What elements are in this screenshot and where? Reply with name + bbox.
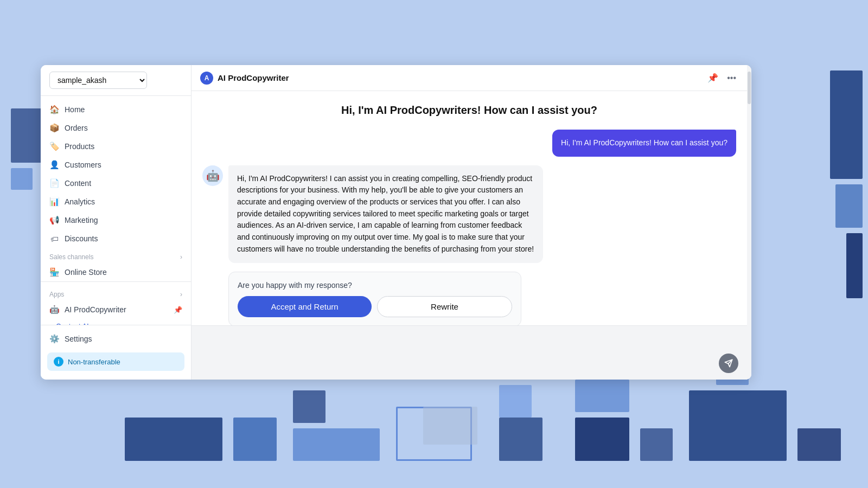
content-icon: 📄 — [49, 178, 59, 188]
sidebar-item-customers[interactable]: 👤 Customers — [41, 156, 191, 174]
sidebar-item-orders[interactable]: 📦 Orders — [41, 119, 191, 137]
chat-header-actions: 📌 ••• — [705, 70, 738, 85]
orders-icon: 📦 — [49, 123, 59, 133]
products-icon: 🏷️ — [49, 142, 59, 151]
sidebar-item-content-ai[interactable]: Content AI — [41, 319, 191, 325]
sidebar-item-marketing[interactable]: 📢 Marketing — [41, 211, 191, 229]
rewrite-button[interactable]: Rewrite — [377, 296, 512, 317]
action-buttons: Accept and Return Rewrite — [238, 296, 512, 317]
apps-chevron-icon: › — [180, 291, 182, 298]
chat-greeting: Hi, I'm AI ProdCopywriters! How can I as… — [202, 104, 736, 117]
sidebar-item-online-store[interactable]: 🏪 Online Store — [41, 263, 191, 281]
analytics-icon: 📊 — [49, 197, 59, 207]
chat-title: AI ProdCopywriter — [218, 73, 289, 82]
scroll-track[interactable] — [747, 65, 751, 380]
chat-header-left: A AI ProdCopywriter — [200, 72, 289, 85]
bot-message-row: 🤖 Hi, I'm AI ProdCopywriters! I can assi… — [202, 165, 736, 263]
sidebar-item-content[interactable]: 📄 Content — [41, 174, 191, 192]
chat-messages: Hi, I'm AI ProdCopywriters! How can I as… — [192, 91, 747, 325]
more-options-icon[interactable]: ••• — [725, 71, 738, 85]
discounts-icon: 🏷 — [49, 234, 59, 243]
sidebar-item-ai-prodcopywriter[interactable]: 🤖 AI ProdCopywriter 📌 — [41, 300, 191, 319]
apps-section: Apps › 🤖 AI ProdCopywriter 📌 Content AI — [41, 281, 191, 325]
accept-return-button[interactable]: Accept and Return — [238, 296, 372, 317]
sidebar-bottom: ⚙️ Settings i Non-transferable — [41, 325, 191, 380]
sidebar-item-products[interactable]: 🏷️ Products — [41, 137, 191, 156]
sidebar: sample_akash 🏠 Home 📦 Orders 🏷️ Products… — [41, 65, 192, 380]
apps-section-label: Apps › — [41, 285, 191, 300]
home-icon: 🏠 — [49, 105, 59, 114]
customers-icon: 👤 — [49, 160, 59, 170]
chat-input-area — [192, 325, 747, 380]
scroll-thumb — [748, 72, 751, 104]
app-logo: A — [200, 72, 213, 85]
pin-header-icon[interactable]: 📌 — [705, 70, 720, 85]
settings-icon: ⚙️ — [49, 334, 59, 344]
user-message-row: Hi, I'm AI ProdCopywriters! How can I as… — [202, 130, 736, 157]
chat-header: A AI ProdCopywriter 📌 ••• — [192, 65, 747, 91]
chevron-icon: › — [180, 253, 182, 261]
account-selector[interactable]: sample_akash — [49, 72, 147, 89]
ai-prodcopywriter-icon: 🤖 — [49, 305, 59, 314]
user-message-bubble: Hi, I'm AI ProdCopywriters! How can I as… — [552, 130, 736, 157]
store-icon: 🏪 — [49, 267, 59, 277]
sidebar-item-analytics[interactable]: 📊 Analytics — [41, 192, 191, 211]
pin-icon[interactable]: 📌 — [174, 306, 182, 314]
info-icon: i — [54, 357, 63, 367]
response-question: Are you happy with my response? — [238, 281, 512, 290]
marketing-icon: 📢 — [49, 215, 59, 225]
sidebar-item-discounts[interactable]: 🏷 Discounts — [41, 229, 191, 248]
response-actions: Are you happy with my response? Accept a… — [228, 272, 521, 326]
chat-area: A AI ProdCopywriter 📌 ••• Hi, I'm AI Pro… — [192, 65, 747, 380]
sidebar-item-settings[interactable]: ⚙️ Settings — [41, 330, 191, 348]
bot-avatar: 🤖 — [202, 165, 223, 186]
main-window: sample_akash 🏠 Home 📦 Orders 🏷️ Products… — [41, 65, 751, 380]
send-button[interactable] — [719, 354, 738, 373]
bot-message-bubble: Hi, I'm AI ProdCopywriters! I can assist… — [228, 165, 543, 263]
send-icon — [724, 359, 733, 368]
sales-channels-section: Sales channels › — [41, 248, 191, 263]
sidebar-nav: 🏠 Home 📦 Orders 🏷️ Products 👤 Customers … — [41, 96, 191, 325]
sidebar-item-home[interactable]: 🏠 Home — [41, 100, 191, 119]
account-section: sample_akash — [41, 65, 191, 96]
non-transferable-bar: i Non-transferable — [47, 352, 184, 371]
